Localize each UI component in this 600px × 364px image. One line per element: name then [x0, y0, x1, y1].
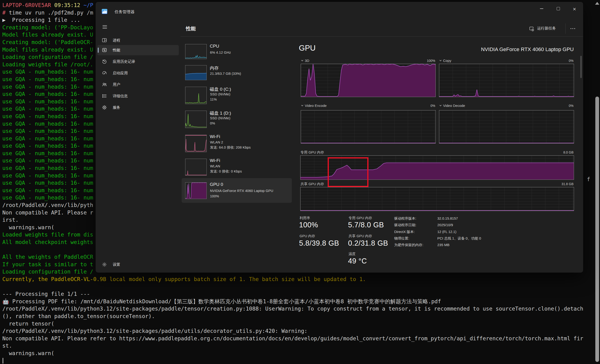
perf-row-wifi2[interactable]: Wi-Fi WLAN 2 发送: 64.0 接收: 208 Kbps	[182, 132, 292, 156]
wifi-mini-chart	[185, 159, 207, 176]
physical-location-label: 物理位置:	[394, 236, 409, 241]
terminal-text-fragment: f	[587, 176, 590, 182]
terminal-line: Currently, the PaddleOCR-VL-0.9B local m…	[2, 276, 600, 283]
terminal-line: /root/PaddleX/.venv/lib/python3.12/site-…	[2, 327, 600, 335]
app-icon	[102, 9, 107, 14]
terminal-line: (), rather than paddle.to_tensor(sourceT…	[2, 313, 600, 320]
driver-date-label: 驱动程序日期:	[394, 223, 416, 227]
users-icon	[102, 82, 107, 87]
dedicated-memory-max: 8.0 GB	[527, 150, 573, 154]
temperature-label: 温度	[348, 252, 356, 256]
gear-icon	[102, 262, 107, 267]
services-icon	[102, 105, 107, 110]
directx-version-label: DirectX 版本:	[394, 230, 415, 234]
chart-copy-collapse[interactable]: Copy	[439, 59, 451, 63]
selected-accent-bar	[98, 47, 99, 53]
driver-date-value: 2025/10/9	[437, 223, 453, 227]
content-divider	[180, 36, 583, 37]
sidebar-item-services[interactable]: 服务	[97, 103, 179, 113]
perf-row-disk0[interactable]: 磁盘 0 (C:) SSD (NVMe) 11%	[182, 84, 292, 108]
terminal-line: warnings.warn(	[2, 350, 600, 357]
temperature-value: 49 °C	[348, 257, 367, 265]
terminal-line: Non compatible API. Please refer to http…	[2, 335, 600, 342]
header-divider	[565, 23, 566, 34]
terminal-line: /root/PaddleX/.venv/lib/python3.12/site-…	[2, 305, 600, 313]
gpu-3d-chart	[301, 64, 436, 97]
perf-row-wifi[interactable]: Wi-Fi WLAN 发送: 0 接收: 0 Kbps	[182, 156, 292, 178]
chevron-down-icon	[439, 104, 442, 107]
chevron-down-icon	[301, 59, 304, 62]
processes-icon	[102, 37, 107, 43]
driver-version-label: 驱动程序版本:	[394, 216, 416, 221]
terminal-line: --- Processing file 1/1 ---	[2, 290, 600, 298]
sidebar-item-startup-apps[interactable]: 启动应用	[97, 68, 179, 78]
new-task-icon	[529, 26, 534, 32]
gpu-video-encode-chart	[301, 110, 436, 143]
gpu-shared-memory-chart	[300, 187, 574, 211]
shared-memory-max: 31.8 GB	[527, 182, 573, 186]
dedicated-memory-stat-label: 专用 GPU 内存	[348, 216, 372, 220]
physical-location-value: PCI 总线 1、设备 0、功能 0	[437, 236, 481, 241]
sidebar-item-users[interactable]: 用户	[97, 79, 179, 90]
terminal-line	[2, 283, 600, 291]
red-annotation-rectangle	[328, 157, 368, 187]
gpu-mini-chart	[185, 182, 207, 199]
wifi2-mini-chart	[185, 135, 207, 152]
shared-memory-label: 共享 GPU 内存	[300, 182, 324, 186]
terminal-line: st.	[2, 342, 600, 350]
minimize-button[interactable]	[540, 9, 543, 9]
window-title: 任务管理器	[115, 9, 134, 15]
menu-toggle-button[interactable]	[102, 24, 108, 30]
terminal-cursor	[3, 358, 3, 364]
chart-decode-max: 0%	[527, 104, 573, 108]
panel-scrollbar-thumb[interactable]	[580, 56, 582, 78]
terminal-line: return tensor(	[2, 320, 600, 328]
perf-row-disk1[interactable]: 磁盘 1 (D:) SSD (NVMe) 0%	[182, 108, 292, 132]
hardware-reserved-memory-label: 为硬件保留的内存:	[394, 243, 423, 247]
gpu-device-name: NVIDIA GeForce RTX 4060 Laptop GPU	[299, 47, 574, 53]
disk0-mini-chart	[185, 87, 207, 104]
chart-copy-max: 0%	[527, 59, 573, 63]
chevron-down-icon	[439, 59, 442, 62]
chevron-down-icon	[301, 104, 304, 107]
sidebar-item-app-history[interactable]: 应用历史记录	[97, 56, 179, 67]
disk1-mini-chart	[185, 111, 207, 128]
driver-version-value: 32.0.15.8157	[437, 216, 458, 220]
gpu-memory-value: 5.8/39.8 GB	[299, 239, 339, 248]
dedicated-memory-stat-value: 5.7/8.0 GB	[348, 221, 384, 229]
terminal-scrollbar-up-arrow-icon[interactable]	[595, 2, 599, 5]
chart-3d-max: 100%	[388, 59, 435, 63]
chart-decode-collapse[interactable]: Video Decode	[439, 103, 465, 108]
page-title: 性能	[186, 25, 196, 32]
perf-row-cpu[interactable]: CPU 6% 4.12 GHz	[182, 41, 292, 63]
perf-row-memory[interactable]: 内存 21.3/63.7 GB (33%)	[182, 63, 292, 84]
app-history-icon	[102, 59, 107, 64]
utilization-value: 100%	[299, 221, 318, 229]
hamburger-icon	[103, 26, 107, 28]
sidebar-item-details[interactable]: 详细信息	[97, 91, 179, 101]
directx-version-value: 12 (FL 12.1)	[437, 230, 456, 234]
performance-icon	[102, 47, 107, 53]
more-options-button[interactable]	[569, 26, 578, 31]
chart-encode-collapse[interactable]: Video Encode	[301, 103, 327, 108]
chart-encode-max: 0%	[388, 104, 435, 108]
utilization-label: 利用率	[300, 216, 310, 220]
terminal-scrollbar-thumb[interactable]	[595, 97, 599, 362]
startup-apps-icon	[102, 70, 107, 76]
shared-memory-stat-label: 共享 GPU 内存	[348, 234, 372, 238]
close-button[interactable]: ×	[573, 6, 576, 12]
terminal-line: 🤖 Processing PDF file: /mnt/d/BaiduNetdi…	[2, 298, 600, 305]
chart-3d-collapse[interactable]: 3D	[301, 59, 309, 63]
memory-mini-chart	[185, 65, 207, 80]
dedicated-memory-label: 专用 GPU 内存	[300, 150, 324, 155]
cpu-mini-chart	[185, 44, 207, 59]
titlebar[interactable]: 任务管理器 ×	[96, 2, 583, 18]
sidebar-item-processes[interactable]: 进程	[97, 35, 179, 46]
task-manager-window: 任务管理器 × 进程 性能 应用历史记录	[96, 2, 583, 273]
sidebar-item-settings[interactable]: 设置	[97, 260, 179, 270]
shared-memory-stat-value: 0.2/31.8 GB	[348, 239, 388, 248]
perf-row-gpu-selected[interactable]: GPU 0 NVIDIA GeForce RTX 4060 Laptop GPU…	[182, 178, 292, 203]
gpu-memory-label: GPU 内存	[300, 234, 315, 238]
maximize-button[interactable]	[557, 7, 560, 10]
sidebar-item-performance[interactable]: 性能	[97, 45, 179, 55]
